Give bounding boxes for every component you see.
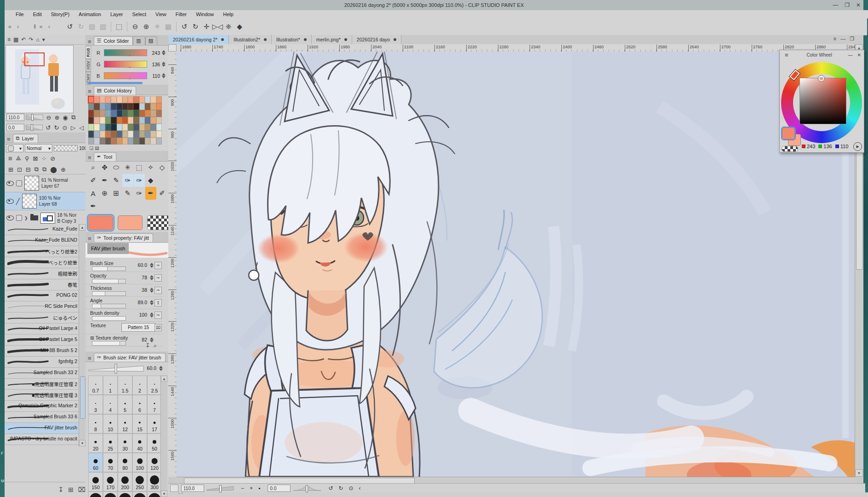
oil-tool-icon[interactable]: ✐ <box>157 187 168 200</box>
history-swatch[interactable] <box>94 131 99 138</box>
subtool-scrollbar[interactable]: ▲ ▼ <box>79 224 86 446</box>
layer-lock-icon[interactable]: ⊠ <box>33 155 38 162</box>
document-tab[interactable]: merlin.png* <box>312 35 352 44</box>
subtool-item[interactable]: べっとり絵筆2 <box>5 246 79 257</box>
minimize-button[interactable]: — <box>833 2 838 8</box>
layer-checkbox[interactable] <box>16 215 22 221</box>
menu-item-select[interactable]: Select <box>128 12 151 17</box>
history-swatch[interactable] <box>133 117 139 124</box>
menu-item-help[interactable]: Help <box>218 12 238 17</box>
crop-icon[interactable]: ⬚ <box>114 22 124 32</box>
property-spinner[interactable] <box>150 275 154 280</box>
brush-size-cell[interactable]: 60 <box>88 453 103 472</box>
delete-subtool-icon[interactable]: ⌧ <box>78 486 86 493</box>
status-rotation-value[interactable]: 0.0 <box>268 485 291 492</box>
history-swatch[interactable] <box>128 131 133 138</box>
menu-item-view[interactable]: View <box>151 12 171 17</box>
brush-size-cell[interactable]: 40 <box>132 433 147 453</box>
history-swatch[interactable] <box>150 96 156 103</box>
history-swatch[interactable] <box>100 117 105 124</box>
tab-color-history[interactable]: ▤Color History <box>94 86 136 95</box>
transparent-color-swatch[interactable] <box>782 146 798 152</box>
subtool-item[interactable]: Kaze_Fude BLEND <box>5 235 79 246</box>
layer-row[interactable]: ╱100 % NorLayer 68 <box>5 192 86 210</box>
menu-item-storyp[interactable]: Story(P) <box>46 12 74 17</box>
layer-opacity-slider[interactable] <box>54 145 78 151</box>
color-wheel-close-icon[interactable]: ✕ <box>857 52 861 58</box>
add-subtool-icon[interactable]: ⊞ <box>68 486 74 493</box>
timeline-collapse-strip[interactable]: ⌃⌃ <box>168 492 868 497</box>
text-tool-icon[interactable]: A <box>88 187 99 200</box>
history-swatch[interactable] <box>122 131 128 138</box>
navigator-preview[interactable] <box>6 45 74 113</box>
channel-spinner[interactable] <box>162 62 166 67</box>
subtool-item[interactable]: IMPASTO "bristle small brush" <box>5 445 79 446</box>
sparkle-icon[interactable]: ❈ <box>223 22 234 32</box>
panel-scroll-indicator[interactable] <box>87 82 143 84</box>
history-swatch[interactable] <box>156 131 162 138</box>
brush-size-cell[interactable]: 200 <box>118 472 132 491</box>
history-swatch[interactable] <box>150 103 156 110</box>
brush-size-cell[interactable] <box>103 491 118 497</box>
undo-small-icon[interactable]: ↶ <box>21 36 26 43</box>
dropdown-icon[interactable]: ▾ <box>42 36 45 43</box>
tab-modified-dot[interactable] <box>264 38 267 41</box>
history-swatch[interactable] <box>117 103 122 110</box>
subtool-item[interactable]: IMPASTO - dry bristle no opacit <box>5 434 79 445</box>
property-spinner[interactable] <box>150 312 154 318</box>
history-swatch[interactable] <box>94 117 99 124</box>
canvas-restore-icon[interactable]: ❐ <box>850 36 854 42</box>
channel-value[interactable]: 136 <box>149 62 160 67</box>
history-swatch[interactable] <box>139 103 145 110</box>
history-swatch[interactable] <box>88 96 94 103</box>
property-dynamics-icon[interactable]: ✑ <box>154 274 162 282</box>
brush-size-cell[interactable]: 10 <box>103 414 118 433</box>
history-swatch[interactable] <box>128 117 133 124</box>
history-swatch[interactable] <box>111 96 116 103</box>
history-swatch[interactable] <box>105 103 111 110</box>
property-spinner[interactable] <box>150 300 154 305</box>
history-swatch[interactable] <box>128 124 133 131</box>
delete-texture-icon[interactable]: ⌧ <box>154 324 162 331</box>
layer-select-icon[interactable]: ⧈ <box>8 155 12 162</box>
delete-layer-icon[interactable]: ⊕ <box>61 166 66 173</box>
history-swatch[interactable] <box>94 96 99 103</box>
brush-size-cell[interactable]: 5 <box>118 395 132 414</box>
property-dynamics-icon[interactable]: ↥ <box>154 299 162 306</box>
subtool-item[interactable]: Oil Pastel Large 5 <box>5 335 79 346</box>
nav-rotate-ccw-icon[interactable]: ↺ <box>44 123 52 132</box>
history-swatch[interactable] <box>100 110 105 117</box>
history-swatch[interactable] <box>111 124 116 131</box>
brush-size-cell[interactable]: 150 <box>88 472 103 491</box>
tool-property-footer[interactable]: ↧⌕ <box>145 342 157 349</box>
brush-size-cell[interactable]: 7 <box>147 395 162 414</box>
tool-property-menu-icon[interactable]: ≡ <box>86 235 94 242</box>
fav-brush-tool-icon[interactable]: ✒ <box>145 187 156 200</box>
brush-size-cell[interactable]: 1 <box>103 376 118 395</box>
history-swatch[interactable] <box>100 96 105 103</box>
import-subtool-icon[interactable]: ↧ <box>58 486 63 493</box>
nav-rotate-cw-icon[interactable]: ↻ <box>52 123 61 132</box>
operation-tool-icon[interactable]: ⬭ <box>111 161 122 174</box>
brush-size-cell[interactable] <box>118 491 132 497</box>
tool-property-row[interactable]: TexturePattern 15⌧ <box>86 322 163 334</box>
tab-tool-property[interactable]: ✑Tool property: FAV jitt <box>94 233 153 242</box>
history-swatch[interactable] <box>133 131 139 138</box>
property-value[interactable]: 38 <box>142 287 147 293</box>
subtool-item[interactable]: Sampled Brush 33 6 <box>5 412 79 423</box>
canvas-minimize-icon[interactable]: — <box>840 36 845 42</box>
tab-brush-size[interactable]: ✑Brush size: FAV jitter brush <box>94 353 166 362</box>
navigator-rotate-slider[interactable] <box>26 125 43 130</box>
history-swatch[interactable] <box>150 138 156 144</box>
status-zoom-slider[interactable] <box>207 485 234 491</box>
tool-property-row[interactable]: Thickness38✑ <box>86 284 163 297</box>
history-swatch[interactable] <box>139 124 145 131</box>
property-value[interactable]: 89.0 <box>138 300 147 305</box>
layer-clip-icon[interactable]: ⊘ <box>50 155 55 162</box>
history-swatch[interactable] <box>105 96 111 103</box>
brush-size-spinner[interactable] <box>159 366 163 371</box>
subtool-item[interactable]: べっとり絵筆 <box>5 257 79 268</box>
history-swatch[interactable] <box>139 138 145 144</box>
history-swatch[interactable] <box>150 117 156 124</box>
history-swatch[interactable] <box>128 138 133 144</box>
